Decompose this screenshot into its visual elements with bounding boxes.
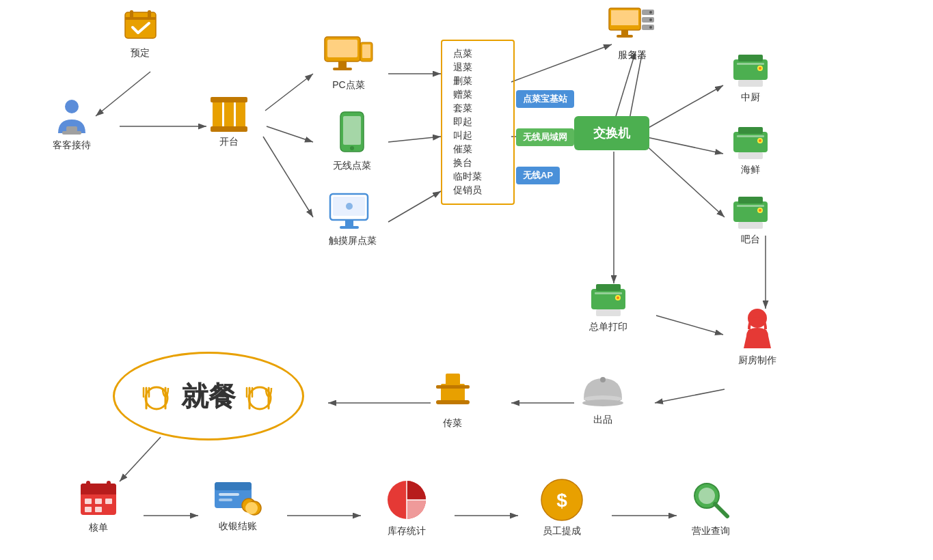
server-node: 服务器 [598, 7, 666, 61]
cashier-node: 收银结账 [202, 478, 273, 533]
svg-line-19 [655, 389, 725, 403]
svg-rect-59 [642, 25, 654, 30]
svg-point-62 [649, 26, 652, 29]
svg-line-4 [267, 126, 313, 142]
dining-right-icon [241, 378, 279, 415]
svg-rect-69 [733, 132, 768, 152]
touch-order-node: 触摸屏点菜 [313, 193, 392, 247]
dining-node: 就餐 [113, 352, 304, 440]
svg-rect-88 [748, 329, 767, 343]
svg-rect-76 [738, 197, 763, 204]
svg-rect-41 [338, 61, 347, 68]
commission-icon: $ [540, 478, 584, 522]
svg-rect-113 [95, 499, 102, 504]
ap-badge: 无线AP [516, 167, 560, 184]
reception-icon [51, 96, 92, 137]
svg-rect-71 [738, 152, 763, 159]
svg-line-13 [643, 85, 723, 131]
svg-line-3 [265, 74, 313, 111]
svg-rect-110 [86, 481, 90, 489]
open-table-label: 开台 [219, 136, 239, 148]
svg-line-22 [120, 437, 161, 481]
svg-text:$: $ [556, 490, 567, 511]
deliver-node: 传菜 [422, 370, 483, 430]
open-table-node: 开台 [202, 96, 256, 148]
order-item-9: 换台 [453, 157, 502, 169]
check-node: 核单 [68, 478, 129, 534]
touch-order-icon [329, 193, 377, 232]
commission-node: $ 员工提成 [528, 478, 596, 537]
reservation-icon [122, 7, 159, 44]
svg-rect-40 [327, 40, 357, 57]
kitchen-zh-node: 中厨 [723, 49, 778, 104]
svg-rect-65 [738, 80, 763, 87]
output-label: 出品 [593, 414, 612, 426]
bar-node: 吧台 [723, 191, 778, 246]
kitchen-hx-icon [730, 122, 771, 161]
query-label: 营业查询 [692, 525, 730, 537]
total-print-node: 总单打印 [574, 279, 643, 333]
deliver-label: 传菜 [443, 417, 462, 430]
query-node: 营业查询 [677, 478, 745, 537]
svg-rect-66 [737, 63, 764, 65]
server-label: 服务器 [618, 49, 647, 61]
touch-order-label: 触摸屏点菜 [329, 235, 377, 247]
total-print-icon [588, 279, 629, 318]
server-icon [608, 7, 657, 46]
order-item-5: 套菜 [453, 102, 502, 115]
svg-point-47 [350, 146, 354, 150]
svg-rect-64 [738, 55, 763, 61]
cashier-icon [212, 478, 263, 518]
order-item-11: 促销员 [453, 184, 502, 197]
total-print-label: 总单打印 [589, 321, 627, 333]
inventory-icon [385, 478, 429, 522]
order-item-1: 点菜 [453, 48, 502, 60]
kitchen-hx-label: 海鲜 [741, 164, 760, 176]
dining-left-icon [138, 378, 176, 415]
order-item-10: 临时菜 [453, 171, 502, 183]
svg-line-8 [388, 191, 441, 222]
svg-rect-38 [211, 126, 247, 132]
order-item-6: 即起 [453, 116, 502, 128]
svg-point-31 [65, 100, 79, 113]
check-label: 核单 [89, 522, 108, 534]
svg-rect-90 [436, 400, 470, 404]
svg-rect-82 [596, 284, 621, 291]
svg-rect-56 [617, 35, 633, 38]
cashier-label: 收银结账 [219, 520, 257, 533]
svg-point-61 [649, 18, 652, 21]
svg-rect-51 [340, 226, 359, 229]
svg-rect-118 [215, 482, 252, 490]
svg-line-15 [644, 143, 725, 217]
svg-rect-92 [436, 385, 470, 389]
svg-point-80 [759, 209, 761, 212]
svg-rect-28 [125, 17, 156, 20]
svg-rect-58 [642, 17, 654, 23]
svg-rect-91 [446, 374, 460, 386]
svg-rect-27 [125, 12, 156, 38]
svg-rect-35 [224, 99, 234, 130]
kitchen-make-icon [735, 307, 780, 352]
svg-rect-83 [596, 309, 621, 316]
svg-rect-115 [85, 507, 92, 512]
kitchen-zh-icon [730, 49, 771, 89]
reservation-label: 预定 [131, 47, 150, 59]
svg-rect-34 [213, 99, 222, 130]
svg-rect-37 [211, 97, 247, 102]
svg-line-132 [715, 504, 727, 516]
switch-node: 交换机 [574, 116, 649, 150]
reservation-node: 预定 [113, 7, 167, 59]
wireless-order-label: 无线点菜 [333, 160, 371, 172]
svg-rect-120 [219, 499, 232, 501]
wireless-order-icon [335, 111, 369, 157]
svg-rect-44 [362, 44, 370, 58]
svg-line-14 [644, 137, 723, 154]
check-icon [78, 478, 119, 519]
switch-label: 交换机 [593, 125, 630, 141]
svg-rect-36 [236, 99, 245, 130]
order-item-4: 赠菜 [453, 89, 502, 101]
deliver-icon [431, 370, 475, 415]
output-node: 出品 [573, 370, 633, 426]
reception-label: 客客接待 [53, 139, 91, 152]
kitchen-make-label: 厨房制作 [738, 354, 776, 367]
